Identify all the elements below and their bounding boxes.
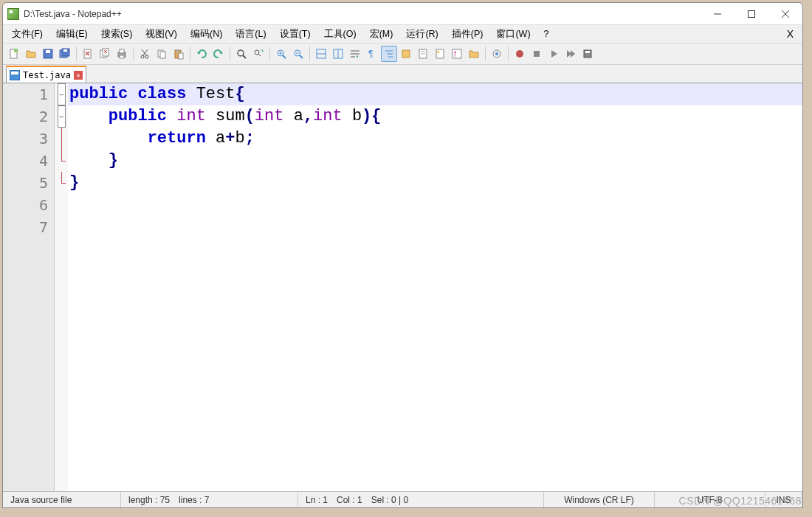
close-button[interactable]: [768, 3, 802, 25]
func-list-icon[interactable]: f: [449, 46, 465, 62]
status-length: length : 75: [128, 495, 170, 505]
doc-list-icon[interactable]: [432, 46, 448, 62]
zoom-in-icon[interactable]: [273, 46, 289, 62]
open-file-icon[interactable]: [23, 46, 39, 62]
play-macro-icon[interactable]: [546, 46, 562, 62]
line-number-gutter: 1234567: [3, 83, 55, 491]
menubar: 文件(F) 编辑(E) 搜索(S) 视图(V) 编码(N) 语言(L) 设置(T…: [3, 25, 802, 43]
separator: [508, 46, 509, 61]
new-file-icon[interactable]: [6, 46, 22, 62]
undo-icon[interactable]: [193, 46, 210, 62]
maximize-button[interactable]: [734, 3, 768, 25]
menu-settings[interactable]: 设置(T): [274, 27, 317, 42]
svg-rect-57: [437, 51, 439, 53]
svg-rect-7: [46, 50, 50, 53]
fold-toggle-icon[interactable]: −: [58, 105, 66, 128]
status-encoding: UTF-8: [698, 495, 723, 505]
doc-map-icon[interactable]: [415, 46, 431, 62]
tab-label: Test.java: [23, 70, 71, 80]
close-file-icon[interactable]: [80, 46, 96, 62]
redo-icon[interactable]: [210, 46, 227, 62]
cut-icon[interactable]: [137, 46, 153, 62]
svg-point-30: [238, 50, 244, 56]
svg-rect-10: [63, 49, 67, 52]
separator: [269, 46, 270, 61]
menu-plugins[interactable]: 插件(P): [446, 27, 489, 42]
menu-tools[interactable]: 工具(O): [318, 27, 362, 42]
svg-text:f: f: [454, 50, 456, 58]
sync-h-icon[interactable]: [330, 46, 346, 62]
menu-view[interactable]: 视图(V): [140, 27, 183, 42]
toolbar: ¶ f: [3, 43, 802, 65]
record-macro-icon[interactable]: [512, 46, 528, 62]
document-tabbar: Test.java ✕: [3, 65, 802, 83]
show-all-chars-icon[interactable]: ¶: [364, 46, 380, 62]
tab-close-icon[interactable]: ✕: [74, 71, 83, 80]
menu-window[interactable]: 窗口(W): [490, 27, 536, 42]
menu-edit[interactable]: 编辑(E): [50, 27, 94, 42]
menu-run[interactable]: 运行(R): [400, 27, 444, 42]
save-icon[interactable]: [40, 46, 56, 62]
svg-rect-29: [179, 53, 183, 59]
close-all-icon[interactable]: [97, 46, 113, 62]
separator: [76, 46, 77, 61]
status-col: Col : 1: [337, 495, 362, 505]
svg-point-22: [145, 55, 148, 58]
save-macro-icon[interactable]: [579, 46, 596, 62]
save-all-icon[interactable]: [57, 46, 73, 62]
indent-guide-icon[interactable]: [381, 46, 397, 62]
status-filetype: Java source file: [10, 495, 72, 505]
replace-icon[interactable]: [250, 46, 266, 62]
menu-encoding[interactable]: 编码(N): [185, 27, 228, 42]
fold-margin[interactable]: −−: [55, 83, 68, 491]
svg-line-40: [300, 55, 303, 58]
svg-point-21: [141, 55, 144, 58]
status-sel: Sel : 0 | 0: [371, 495, 408, 505]
menu-macro[interactable]: 宏(M): [364, 27, 399, 42]
separator: [230, 46, 230, 61]
status-eol: Windows (CR LF): [564, 495, 634, 505]
separator: [485, 46, 486, 61]
svg-text:¶: ¶: [368, 49, 373, 59]
code-area[interactable]: public class Test{ public int sum(int a,…: [68, 83, 802, 491]
folder-panel-icon[interactable]: [466, 46, 482, 62]
zoom-out-icon[interactable]: [290, 46, 306, 62]
file-icon: [10, 70, 20, 80]
sync-v-icon[interactable]: [313, 46, 329, 62]
svg-rect-56: [436, 49, 444, 58]
svg-rect-26: [160, 52, 165, 58]
menu-search[interactable]: 搜索(S): [95, 27, 139, 42]
svg-rect-5: [14, 49, 18, 52]
mdi-close-button[interactable]: X: [781, 28, 799, 40]
print-icon[interactable]: [114, 46, 130, 62]
svg-rect-19: [120, 49, 124, 53]
editor[interactable]: 1234567 −− public class Test{ public int…: [3, 83, 802, 491]
menu-language[interactable]: 语言(L): [230, 27, 272, 42]
svg-rect-15: [103, 49, 109, 56]
app-window: D:\Test.java - Notepad++ 文件(F) 编辑(E) 搜索(…: [2, 2, 803, 508]
document-tab[interactable]: Test.java ✕: [6, 66, 86, 83]
separator: [133, 46, 134, 61]
svg-rect-28: [176, 49, 179, 52]
separator: [309, 46, 310, 61]
menu-file[interactable]: 文件(F): [6, 27, 49, 42]
paste-icon[interactable]: [171, 46, 187, 62]
window-title: D:\Test.java - Notepad++: [24, 9, 701, 19]
svg-rect-63: [534, 51, 540, 57]
copy-icon[interactable]: [154, 46, 170, 62]
stop-macro-icon[interactable]: [529, 46, 545, 62]
status-lines: lines : 7: [179, 495, 209, 505]
fold-toggle-icon[interactable]: −: [58, 83, 66, 105]
titlebar: D:\Test.java - Notepad++: [3, 3, 802, 25]
statusbar: Java source file length : 75 lines : 7 L…: [3, 491, 802, 507]
svg-rect-52: [402, 50, 410, 58]
minimize-button[interactable]: [701, 3, 734, 25]
monitor-icon[interactable]: [489, 46, 505, 62]
find-icon[interactable]: [233, 46, 250, 62]
svg-line-37: [283, 55, 286, 58]
svg-point-62: [516, 50, 523, 58]
menu-help[interactable]: ?: [538, 27, 555, 41]
wrap-icon[interactable]: [347, 46, 363, 62]
play-multi-icon[interactable]: [562, 46, 579, 62]
udl-icon[interactable]: [398, 46, 414, 62]
